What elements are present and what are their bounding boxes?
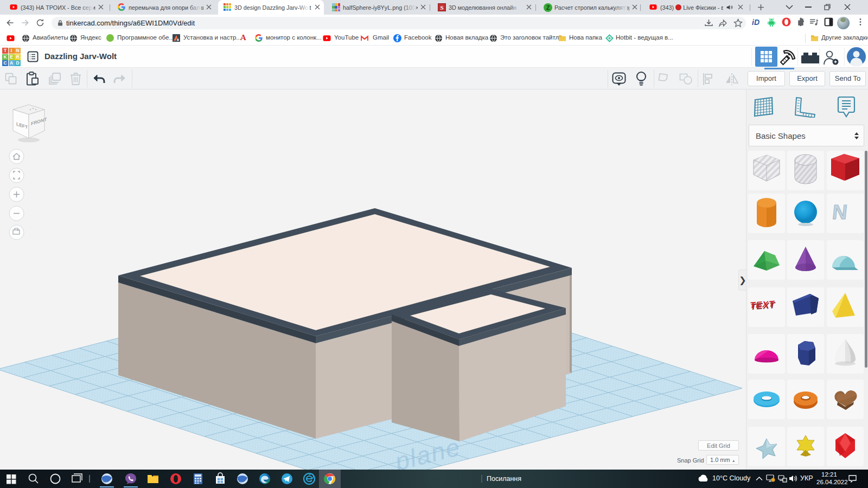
svg-text:N: N (831, 201, 848, 223)
svg-text:TEXT: TEXT (749, 299, 775, 310)
